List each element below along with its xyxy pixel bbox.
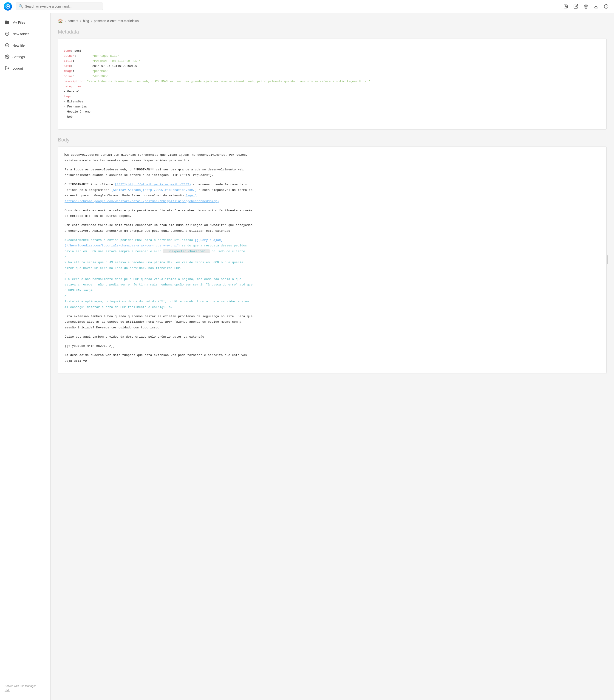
breadcrumb-file: postman-cliente-rest.markdown (94, 19, 138, 23)
body-para-2: Para todos os desenvolvedores web, o **P… (64, 167, 600, 178)
search-input[interactable] (25, 4, 100, 8)
sidebar-label-new-file: New file (12, 43, 25, 47)
sidebar-label-new-folder: New folder (12, 32, 29, 36)
body-box[interactable]: Os desenvolvedores contam com diversas f… (58, 147, 607, 373)
sidebar-item-new-file[interactable]: New file (0, 39, 50, 51)
home-icon[interactable]: 🏠 (58, 18, 63, 23)
body-para-8: Deixo-vos aqui também o vídeo da demo cr… (64, 334, 600, 340)
body-para-1: Os desenvolvedores contam com diversas f… (64, 152, 600, 163)
metadata-title: Metadata (58, 29, 607, 35)
body-para-7: Esta extensão também é boa quando querem… (64, 314, 600, 330)
sidebar-footer: Served with File Manager. Help (0, 680, 50, 696)
breadcrumb: 🏠 › content › blog › postman-cliente-res… (58, 18, 607, 23)
sidebar-label-logout: Logout (12, 66, 23, 70)
body-para-6: >Recentemente estava a enviar pedidos PO… (64, 237, 600, 310)
body-para-3: O **POSTMAN** é um cliente [REST](http:/… (64, 182, 600, 204)
search-bar[interactable]: 🔍 (16, 2, 103, 10)
breadcrumb-content[interactable]: content (68, 19, 78, 23)
edit-button[interactable] (572, 2, 580, 11)
body-content: Os desenvolvedores contam com diversas f… (64, 152, 600, 364)
breadcrumb-sep-1: › (65, 19, 66, 23)
metadata-box: --- type: post author: "Henrique Dias" t… (58, 39, 607, 129)
save-button[interactable] (562, 2, 570, 11)
breadcrumb-blog[interactable]: blog (83, 19, 89, 23)
header-actions (562, 2, 610, 11)
download-button[interactable] (592, 2, 600, 11)
sidebar-label-settings: Settings (12, 55, 25, 59)
body-para-9: {{< youtube m4in-ea201U >}} (64, 343, 600, 349)
sidebar-item-settings[interactable]: Settings (0, 51, 50, 62)
scrollbar[interactable] (607, 255, 608, 264)
breadcrumb-sep-3: › (91, 19, 92, 23)
breadcrumb-sep-2: › (80, 19, 81, 23)
sidebar-label-my-files: My Files (12, 21, 25, 24)
footer-text: Served with File Manager. (4, 684, 37, 688)
new-folder-icon (4, 31, 10, 36)
search-icon: 🔍 (18, 4, 23, 9)
body-para-5: Com esta extensão torna-se mais fácil en… (64, 223, 600, 234)
layout: My Files New folder New file Settings Lo… (0, 13, 614, 700)
body-title: Body (58, 137, 607, 143)
sidebar-item-my-files[interactable]: My Files (0, 16, 50, 28)
sidebar-item-logout[interactable]: Logout (0, 62, 50, 74)
header: 🔍 (0, 0, 614, 13)
svg-point-10 (7, 56, 8, 58)
app-logo (4, 2, 12, 11)
info-button[interactable] (602, 2, 610, 11)
sidebar: My Files New folder New file Settings Lo… (0, 13, 51, 700)
footer-help-link[interactable]: Help (4, 689, 10, 692)
body-para-10: Na demo acima puderam ver mais funções q… (64, 352, 600, 364)
metadata-content: --- type: post author: "Henrique Dias" t… (64, 43, 601, 125)
new-file-icon (4, 43, 10, 48)
main-content: 🏠 › content › blog › postman-cliente-res… (51, 13, 614, 700)
delete-button[interactable] (582, 2, 590, 11)
folder-icon (4, 20, 10, 25)
sidebar-item-new-folder[interactable]: New folder (0, 28, 50, 39)
settings-icon (4, 54, 10, 59)
logout-icon (4, 66, 10, 71)
body-para-4: Considero esta extensão excelente pois p… (64, 208, 600, 219)
